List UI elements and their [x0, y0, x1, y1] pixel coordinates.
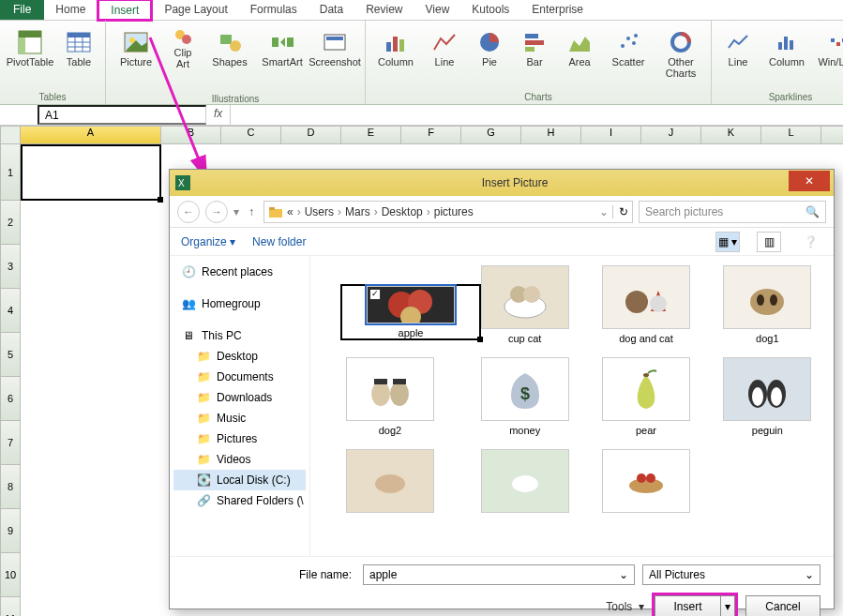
- col-header[interactable]: B: [161, 126, 221, 144]
- thumb-item[interactable]: [589, 449, 702, 517]
- select-all-corner[interactable]: [0, 126, 21, 144]
- tree-videos[interactable]: 📁Videos: [173, 449, 306, 470]
- col-header[interactable]: H: [521, 126, 581, 144]
- tab-page-layout[interactable]: Page Layout: [153, 0, 238, 20]
- newfolder-button[interactable]: New folder: [252, 235, 306, 248]
- col-header[interactable]: I: [581, 126, 641, 144]
- filename-input[interactable]: apple⌄: [363, 564, 635, 585]
- row-header[interactable]: 11: [0, 597, 21, 616]
- chart-column-button[interactable]: Column: [371, 24, 420, 82]
- row-header[interactable]: 10: [0, 553, 21, 597]
- tree-documents[interactable]: 📁Documents: [173, 367, 306, 387]
- tab-formulas[interactable]: Formulas: [239, 0, 309, 20]
- tab-kutools[interactable]: Kutools: [460, 0, 520, 20]
- chart-scatter-button[interactable]: Scatter: [604, 24, 653, 82]
- chart-line-button[interactable]: Line: [424, 24, 465, 82]
- col-header[interactable]: D: [281, 126, 341, 144]
- organize-button[interactable]: Organize ▾: [181, 235, 235, 248]
- thumb-pear[interactable]: pear: [589, 357, 702, 436]
- row-header[interactable]: 3: [0, 245, 21, 289]
- chart-other-button[interactable]: Other Charts: [656, 24, 705, 82]
- svg-point-77: [646, 473, 655, 483]
- tab-home[interactable]: Home: [44, 0, 97, 20]
- filetype-filter[interactable]: All Pictures⌄: [642, 564, 820, 585]
- up-button[interactable]: ↑: [245, 205, 258, 218]
- row-header[interactable]: 9: [0, 509, 21, 553]
- sparkline-column-button[interactable]: Column: [762, 24, 811, 71]
- tree-this-pc[interactable]: 🖥This PC: [173, 325, 306, 346]
- tree-downloads[interactable]: 📁Downloads: [173, 387, 306, 408]
- close-button[interactable]: ✕: [789, 171, 830, 191]
- insert-dropdown[interactable]: ▾: [720, 595, 735, 616]
- tree-homegroup[interactable]: 👥Homegroup: [173, 293, 306, 314]
- thumb-item[interactable]: [468, 449, 581, 517]
- chart-area-button[interactable]: Area: [559, 24, 600, 82]
- tree-recent-places[interactable]: 🕘Recent places: [173, 262, 306, 282]
- insert-button[interactable]: Insert ▾: [652, 593, 738, 616]
- pivottable-button[interactable]: PivotTable: [6, 24, 54, 71]
- shapes-button[interactable]: Shapes: [205, 24, 254, 92]
- picture-button[interactable]: Picture: [112, 24, 160, 92]
- thumb-dog2[interactable]: dog2: [320, 357, 460, 436]
- tab-review[interactable]: Review: [354, 0, 414, 20]
- back-button[interactable]: ←: [177, 201, 200, 223]
- col-header[interactable]: A: [21, 126, 161, 144]
- table-button[interactable]: Table: [58, 24, 99, 71]
- tab-view[interactable]: View: [414, 0, 461, 20]
- chart-pie-button[interactable]: Pie: [469, 24, 510, 82]
- thumb-cup-cat[interactable]: cup cat: [468, 265, 581, 344]
- name-box[interactable]: [38, 105, 206, 125]
- row-header[interactable]: 8: [0, 465, 21, 509]
- tools-menu[interactable]: Tools ▾: [606, 600, 644, 613]
- thumb-money[interactable]: $money: [468, 357, 581, 436]
- cancel-button[interactable]: Cancel: [745, 595, 820, 616]
- dialog-titlebar[interactable]: X Insert Picture ✕: [170, 170, 834, 196]
- thumb-dog1[interactable]: dog1: [711, 265, 824, 344]
- smartart-button[interactable]: SmartArt: [258, 24, 307, 92]
- recent-dropdown-icon[interactable]: ▾: [233, 205, 239, 218]
- tree-shared-folders[interactable]: 🔗Shared Folders (\: [173, 490, 306, 511]
- thumb-dog-and-cat[interactable]: dog and cat: [589, 265, 702, 344]
- tree-music[interactable]: 📁Music: [173, 408, 306, 428]
- col-header[interactable]: C: [221, 126, 281, 144]
- forward-button[interactable]: →: [205, 201, 228, 223]
- col-header[interactable]: G: [461, 126, 521, 144]
- formula-bar[interactable]: [231, 105, 843, 125]
- file-tab[interactable]: File: [0, 0, 44, 20]
- sparkline-line-button[interactable]: Line: [717, 24, 759, 71]
- tree-desktop[interactable]: 📁Desktop: [173, 346, 306, 367]
- row-header[interactable]: 5: [0, 333, 21, 377]
- tab-enterprise[interactable]: Enterprise: [520, 0, 595, 20]
- tab-data[interactable]: Data: [309, 0, 354, 20]
- row-header[interactable]: 1: [0, 144, 21, 201]
- clipart-button[interactable]: Clip Art: [164, 24, 202, 92]
- row-header[interactable]: 4: [0, 289, 21, 333]
- tree-pictures[interactable]: 📁Pictures: [173, 428, 306, 449]
- active-cell-a1[interactable]: [21, 144, 161, 201]
- col-header[interactable]: J: [641, 126, 701, 144]
- tree-local-disk-c[interactable]: 💽Local Disk (C:): [173, 470, 306, 490]
- tab-insert[interactable]: Insert: [97, 0, 153, 22]
- col-header[interactable]: M: [821, 126, 843, 144]
- breadcrumb[interactable]: «› Users› Mars› Desktop› pictures ⌄ ↻: [263, 201, 633, 223]
- col-header[interactable]: F: [401, 126, 461, 144]
- help-button[interactable]: ❔: [798, 232, 822, 252]
- row-header[interactable]: 7: [0, 421, 21, 465]
- row-header[interactable]: 6: [0, 377, 21, 421]
- thumb-apple[interactable]: ✓ apple: [340, 284, 481, 340]
- screenshot-button[interactable]: Screenshot: [310, 24, 359, 92]
- svg-rect-21: [386, 42, 391, 52]
- view-mode-button[interactable]: ▦ ▾: [715, 232, 740, 252]
- fx-icon[interactable]: fx: [206, 105, 231, 125]
- chart-bar-button[interactable]: Bar: [514, 24, 555, 82]
- row-header[interactable]: 2: [0, 201, 21, 245]
- search-input[interactable]: Search pictures 🔍: [639, 201, 826, 223]
- thumb-peguin[interactable]: peguin: [711, 357, 824, 436]
- preview-pane-button[interactable]: ▥: [757, 232, 781, 252]
- col-header[interactable]: L: [761, 126, 821, 144]
- col-header[interactable]: E: [341, 126, 401, 144]
- thumb-item[interactable]: [320, 449, 460, 517]
- sparkline-winloss-button[interactable]: Win/Loss: [815, 24, 843, 71]
- col-header[interactable]: K: [701, 126, 761, 144]
- refresh-icon[interactable]: ↻: [612, 205, 628, 218]
